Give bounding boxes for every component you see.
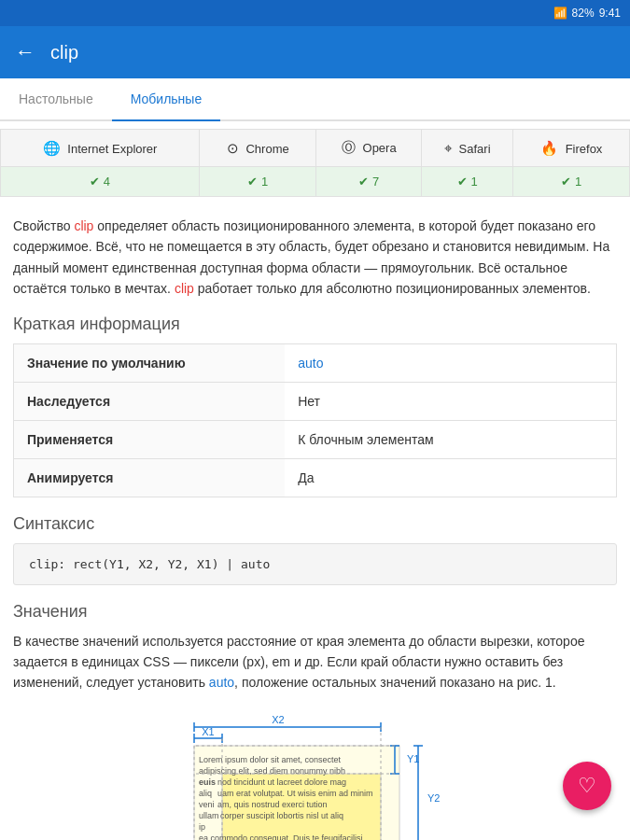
browser-header-safari: ⌖ Safari bbox=[422, 130, 513, 167]
brief-key-animatable: Анимируется bbox=[14, 458, 286, 497]
brief-key-applies: Применяется bbox=[14, 420, 286, 458]
status-bar: 📶 82% 9:41 bbox=[0, 0, 630, 26]
top-bar: ← clip bbox=[0, 26, 630, 78]
main-content: Свойство clip определяет область позицио… bbox=[0, 204, 630, 840]
brief-key-default: Значение по умолчанию bbox=[14, 343, 286, 382]
browser-header-firefox: 🔥 Firefox bbox=[513, 130, 630, 167]
ie-icon: 🌐 bbox=[43, 140, 61, 157]
browser-version-ie: ✔ 4 bbox=[1, 167, 200, 197]
brief-value-animatable: Да bbox=[285, 458, 616, 497]
brief-value-inherit: Нет bbox=[285, 382, 616, 420]
tab-mobile[interactable]: Мобильные bbox=[112, 78, 221, 121]
page-title: clip bbox=[50, 42, 78, 63]
brief-key-inherit: Наследуется bbox=[14, 382, 286, 420]
firefox-icon: 🔥 bbox=[540, 140, 558, 157]
table-row: Значение по умолчанию auto bbox=[14, 343, 617, 382]
battery-text: 82% bbox=[572, 7, 595, 20]
diagram-container: Lorem ipsum dolor sit amet, consectet ad… bbox=[13, 708, 617, 840]
favorite-icon: ♡ bbox=[578, 774, 596, 798]
property-name-link[interactable]: clip bbox=[175, 281, 194, 296]
svg-text:ullam: ullam bbox=[199, 811, 219, 820]
svg-text:am, quis nostrud exerci tution: am, quis nostrud exerci tution bbox=[217, 800, 328, 809]
brief-value-default: auto bbox=[285, 343, 616, 382]
section-values-title: Значения bbox=[13, 602, 617, 622]
time-display: 9:41 bbox=[599, 7, 621, 20]
tab-desktop[interactable]: Настольные bbox=[0, 78, 112, 121]
svg-text:nod tincidunt ut lacreet dolor: nod tincidunt ut lacreet dolore mag bbox=[217, 777, 346, 787]
property-description: Свойство clip определяет область позицио… bbox=[13, 216, 617, 300]
table-row: Анимируется Да bbox=[14, 458, 617, 497]
browser-header-chrome: ⊙ Chrome bbox=[200, 130, 316, 167]
section-syntax-title: Синтаксис bbox=[13, 514, 617, 534]
wifi-icon: 📶 bbox=[553, 7, 567, 20]
status-icons: 📶 82% 9:41 bbox=[553, 7, 621, 20]
svg-text:ea commodo consequat. Duis te : ea commodo consequat. Duis te feugifacil… bbox=[199, 833, 365, 840]
svg-text:Lorem ipsum dolor sit amet, co: Lorem ipsum dolor sit amet, consectet bbox=[199, 755, 342, 764]
browser-version-safari: ✔ 1 bbox=[422, 167, 513, 197]
svg-text:X1: X1 bbox=[202, 726, 214, 737]
safari-icon: ⌖ bbox=[444, 140, 452, 157]
browser-header-ie: 🌐 Internet Explorer bbox=[1, 130, 200, 167]
opera-icon: Ⓞ bbox=[342, 139, 356, 157]
svg-text:ip: ip bbox=[199, 822, 205, 832]
browser-version-chrome: ✔ 1 bbox=[200, 167, 316, 197]
back-button[interactable]: ← bbox=[15, 40, 35, 64]
svg-text:Y2: Y2 bbox=[427, 792, 440, 804]
syntax-code-block: clip: rect(Y1, X2, Y2, X1) | auto bbox=[13, 543, 617, 585]
browser-support-table: 🌐 Internet Explorer ⊙ Chrome Ⓞ Opera ⌖ S… bbox=[0, 129, 630, 197]
table-row: Наследуется Нет bbox=[14, 382, 617, 420]
chrome-icon: ⊙ bbox=[227, 140, 239, 157]
values-description: В качестве значений используется расстоя… bbox=[13, 631, 617, 693]
svg-text:euis: euis bbox=[199, 777, 216, 787]
auto-link[interactable]: auto bbox=[209, 675, 234, 690]
tabs-container: Настольные Мобильные bbox=[0, 78, 630, 121]
svg-text:corper suscipit lobortis nisl : corper suscipit lobortis nisl ut aliq bbox=[220, 811, 343, 820]
brief-info-table: Значение по умолчанию auto Наследуется Н… bbox=[13, 343, 617, 497]
brief-value-applies: К блочным элементам bbox=[285, 420, 616, 458]
browser-version-opera: ✔ 7 bbox=[316, 167, 422, 197]
clip-diagram: Lorem ipsum dolor sit amet, consectet ad… bbox=[166, 708, 465, 840]
browser-header-opera: Ⓞ Opera bbox=[316, 130, 422, 167]
section-brief-title: Краткая информация bbox=[13, 315, 617, 334]
svg-text:uam erat volutpat. Ut wisis en: uam erat volutpat. Ut wisis enim ad mini… bbox=[217, 789, 373, 798]
svg-text:veni: veni bbox=[199, 800, 215, 809]
svg-text:aliq: aliq bbox=[199, 789, 212, 798]
property-name-highlight: clip bbox=[74, 218, 93, 233]
table-row: Применяется К блочным элементам bbox=[14, 420, 617, 458]
browser-version-firefox: ✔ 1 bbox=[513, 167, 630, 197]
svg-text:X2: X2 bbox=[272, 714, 284, 725]
fab-button[interactable]: ♡ bbox=[563, 762, 611, 810]
